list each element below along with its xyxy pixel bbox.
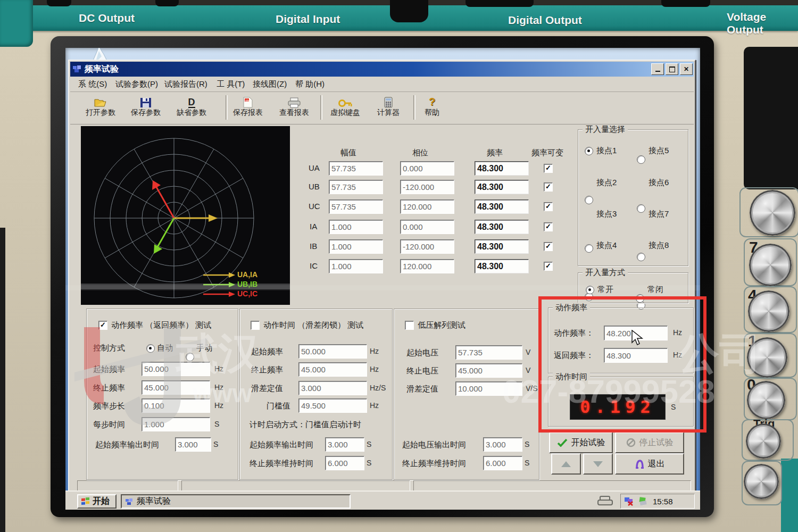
freq-variable-checkbox[interactable] xyxy=(544,164,553,173)
radio-label-normally-closed[interactable]: 常闭 xyxy=(647,285,663,295)
phase-field[interactable]: -120.000 xyxy=(400,180,454,194)
menu-tools[interactable]: 工 具(T) xyxy=(217,79,245,89)
threshold-field[interactable]: 49.500 xyxy=(298,398,367,413)
radio-label-contact-5[interactable]: 接点5 xyxy=(649,146,669,156)
tray-network-error-icon[interactable] xyxy=(624,496,635,506)
freq-variable-checkbox[interactable] xyxy=(544,202,553,211)
menu-wiring-diagram[interactable]: 接线图(Z) xyxy=(253,79,287,89)
printer-tray-icon[interactable] xyxy=(596,495,614,508)
maximize-button[interactable] xyxy=(666,63,678,75)
radio-contact-3[interactable] xyxy=(585,244,593,253)
minimize-button[interactable] xyxy=(651,63,664,75)
radio-label-contact-2[interactable]: 接点2 xyxy=(596,178,617,188)
start-freq-output-time-field[interactable]: 3.000 xyxy=(325,437,364,452)
view-report-button[interactable]: 查看报表 xyxy=(274,94,314,118)
end-freq-hold-time-field[interactable]: 6.000 xyxy=(483,456,522,470)
radio-contact-2[interactable] xyxy=(585,196,593,204)
open-params-button[interactable]: 打开参数 xyxy=(80,94,121,118)
close-button[interactable]: ✕ xyxy=(680,63,693,75)
voltage-test-checkbox[interactable] xyxy=(405,321,414,330)
return-freq-field[interactable]: 48.300 xyxy=(604,348,668,363)
time-test-checkbox-label[interactable]: 动作时间 （滑差闭锁） 测试 xyxy=(263,320,363,330)
frequency-field[interactable]: 48.300 xyxy=(475,239,529,254)
frequency-field[interactable]: 48.300 xyxy=(475,180,529,194)
knob-button-4[interactable] xyxy=(748,290,789,332)
radio-label-manual[interactable]: 手动 xyxy=(196,343,212,353)
amplitude-field[interactable]: 57.735 xyxy=(329,200,383,214)
radio-normally-closed[interactable] xyxy=(636,294,644,303)
radio-label-auto[interactable]: 自动 xyxy=(157,343,173,353)
amplitude-field[interactable]: 1.000 xyxy=(329,220,383,234)
radio-contact-1[interactable] xyxy=(585,147,593,155)
radio-contact-7[interactable] xyxy=(637,253,645,261)
start-menu-button[interactable]: 开始 xyxy=(77,494,117,509)
action-freq-field[interactable]: 48.200 xyxy=(604,326,668,340)
save-report-button[interactable]: xls 保存报表 xyxy=(228,94,268,118)
amplitude-field[interactable]: 1.000 xyxy=(329,239,383,254)
phase-field[interactable]: 120.000 xyxy=(400,200,454,214)
radio-label-contact-7[interactable]: 接点7 xyxy=(649,209,669,219)
amplitude-field[interactable]: 1.000 xyxy=(329,259,383,273)
start-voltage-field[interactable]: 57.735 xyxy=(455,345,522,360)
menu-system[interactable]: 系 统(S) xyxy=(78,79,107,89)
amplitude-field[interactable]: 57.735 xyxy=(329,161,383,176)
tray-green-icon[interactable] xyxy=(638,496,647,506)
knob-button-0[interactable] xyxy=(747,381,785,419)
freq-variable-checkbox[interactable] xyxy=(544,242,553,251)
knob-button[interactable] xyxy=(744,464,779,499)
voltage-test-checkbox-label[interactable]: 低压解列测试 xyxy=(418,320,466,330)
radio-label-contact-1[interactable]: 接点1 xyxy=(596,146,617,156)
radio-contact-6[interactable] xyxy=(637,204,645,213)
slip-setting-field[interactable]: 3.000 xyxy=(298,381,367,395)
task-button-frequency-test[interactable]: 频率试验 xyxy=(121,494,351,509)
menu-test-params[interactable]: 试验参数(P) xyxy=(115,79,158,89)
freq-variable-checkbox[interactable] xyxy=(544,222,553,231)
knob-button[interactable] xyxy=(750,190,795,236)
radio-contact-5[interactable] xyxy=(637,155,645,164)
radio-label-contact-3[interactable]: 接点3 xyxy=(596,209,617,219)
exit-button[interactable]: 退出 xyxy=(615,453,684,475)
radio-label-contact-6[interactable]: 接点6 xyxy=(649,178,669,188)
slip-setting-field[interactable]: 10.000 xyxy=(455,381,522,396)
phase-field[interactable]: 0.000 xyxy=(400,161,454,176)
phase-field[interactable]: -120.000 xyxy=(400,239,454,254)
start-voltage-output-time-field[interactable]: 3.000 xyxy=(483,437,522,452)
calculator-button[interactable]: 计算器 xyxy=(368,94,409,118)
radio-normally-open[interactable] xyxy=(586,286,594,294)
clock[interactable]: 15:58 xyxy=(653,497,673,506)
start-freq-field[interactable]: 50.000 xyxy=(142,362,210,376)
save-params-button[interactable]: 保存参数 xyxy=(126,94,166,118)
freq-test-checkbox-label[interactable]: 动作频率 （返回频率） 测试 xyxy=(111,320,211,330)
title-bar[interactable]: 频率试验 ✕ xyxy=(70,62,694,77)
knob-button-trig[interactable] xyxy=(746,423,781,459)
knob-button-1[interactable] xyxy=(747,337,787,378)
end-freq-field[interactable]: 45.000 xyxy=(142,380,210,395)
end-freq-hold-time-field[interactable]: 6.000 xyxy=(325,456,364,470)
help-button[interactable]: ? 帮助 xyxy=(412,94,452,118)
frequency-field[interactable]: 48.300 xyxy=(475,220,529,234)
menu-help[interactable]: 帮 助(H) xyxy=(295,79,325,89)
end-freq-field[interactable]: 45.000 xyxy=(298,362,367,377)
radio-label-normally-open[interactable]: 常开 xyxy=(597,285,613,295)
start-test-button[interactable]: 开始试验 xyxy=(549,432,613,453)
virtual-keyboard-button[interactable]: 虚拟键盘 xyxy=(325,94,365,118)
scroll-up-button[interactable] xyxy=(551,453,581,475)
freq-variable-checkbox[interactable] xyxy=(544,182,553,192)
radio-label-contact-8[interactable]: 接点8 xyxy=(649,240,669,251)
radio-label-contact-4[interactable]: 接点4 xyxy=(596,240,617,251)
start-freq-field[interactable]: 50.000 xyxy=(298,344,367,359)
start-freq-output-time-field[interactable]: 3.000 xyxy=(175,437,211,452)
end-voltage-field[interactable]: 45.000 xyxy=(455,363,522,378)
default-params-button[interactable]: D 缺省参数 xyxy=(171,94,212,118)
time-test-checkbox[interactable] xyxy=(251,321,260,330)
freq-test-checkbox[interactable] xyxy=(98,321,107,330)
scroll-down-button[interactable] xyxy=(583,453,613,475)
radio-auto[interactable] xyxy=(146,344,155,353)
frequency-field[interactable]: 48.300 xyxy=(475,259,529,273)
freq-variable-checkbox[interactable] xyxy=(544,262,553,271)
frequency-field[interactable]: 48.300 xyxy=(475,161,529,176)
step-time-field[interactable]: 1.000 xyxy=(142,417,210,431)
phase-field[interactable]: 0.000 xyxy=(400,220,454,234)
menu-test-report[interactable]: 试验报告(R) xyxy=(164,79,207,89)
freq-step-field[interactable]: 0.100 xyxy=(142,398,210,413)
